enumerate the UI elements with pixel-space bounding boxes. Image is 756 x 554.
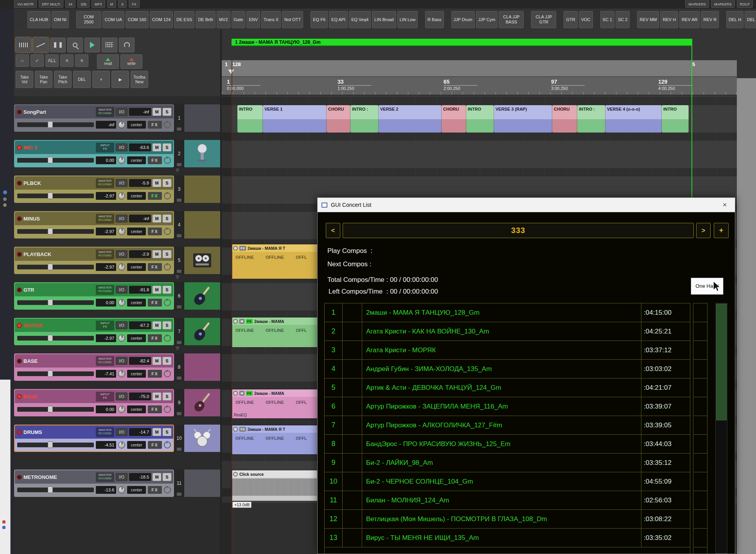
fader-handle[interactable] — [48, 299, 53, 306]
song-row[interactable]: 5 Артик & Асти - ДЕВОЧКА ТАНЦУЙ_124_Gm :… — [325, 378, 690, 397]
song-row[interactable]: 12 Ветлицкая (Моя Мишель) - ПОСМОТРИ В Г… — [325, 510, 690, 529]
media-item-drums[interactable]: FX 2маши - МАМА Я Т OFFLINEOFFLINEOFFL — [232, 425, 329, 454]
fx-preset-button[interactable]: EQ F6 — [311, 11, 328, 28]
fx-enable-button[interactable] — [164, 192, 171, 199]
fx-enable-button[interactable] — [164, 121, 171, 128]
fader-handle[interactable] — [48, 192, 53, 199]
fx-chip[interactable]: FX — [246, 391, 253, 396]
region-item[interactable]: CHORU — [327, 105, 350, 133]
pan-knob[interactable] — [118, 370, 125, 377]
volume-fader[interactable] — [17, 158, 94, 163]
region-item[interactable]: CHORU — [552, 105, 577, 133]
fx-preset-button[interactable]: COM 160 — [126, 11, 149, 28]
toolbar1-button[interactable]: ROUT — [737, 0, 753, 8]
mute-button[interactable]: M — [153, 393, 161, 400]
prev-button[interactable]: < — [326, 223, 340, 238]
volume-fader[interactable] — [17, 407, 94, 412]
zoom-tool-icon[interactable] — [67, 38, 83, 52]
fx-enable-button[interactable] — [164, 486, 171, 493]
fx-enable-button[interactable] — [164, 299, 171, 306]
track-strip[interactable]: MIC 3 INPUT FX I/O -63.6 M S 0.00 — [14, 140, 174, 167]
routing-badge[interactable]: MASTER RCVSND — [96, 427, 114, 437]
take-pan-button[interactable]: Take Pan — [35, 71, 52, 88]
take-pitch-button[interactable]: Take Pitch — [54, 71, 72, 88]
track-number-cell[interactable]: 4 — [174, 211, 184, 238]
region-item[interactable]: INTRO — [466, 105, 494, 133]
io-button[interactable]: I/O — [116, 393, 127, 400]
record-arm-button[interactable] — [17, 181, 22, 186]
track-number-cell[interactable]: 9 — [174, 389, 184, 416]
del-button[interactable]: DEL — [73, 71, 91, 88]
media-item-click[interactable]: Click source — [232, 470, 329, 501]
song-title[interactable]: БандЭрос - ПРО КРАСИВУЮ ЖИЗНЬ_125_Em — [362, 435, 641, 453]
close-icon[interactable]: × — [718, 199, 731, 210]
mute-button[interactable]: M — [153, 215, 161, 222]
mute-button[interactable]: M — [153, 428, 161, 436]
song-title[interactable]: Ветлицкая (Моя Мишель) - ПОСМОТРИ В ГЛАЗ… — [362, 510, 641, 528]
track-number-cell[interactable]: 2 — [174, 140, 184, 167]
record-arm-button[interactable] — [17, 394, 22, 399]
dialog-titlebar[interactable]: GUI Concert List × — [318, 198, 735, 212]
pan-knob[interactable] — [118, 264, 125, 271]
track-number-cell[interactable]: ▽ 6 — [174, 282, 184, 310]
toolbar1-button[interactable]: MARKERS — [685, 0, 709, 8]
io-button[interactable]: I/O — [116, 215, 127, 222]
draw-tool-icon[interactable] — [84, 38, 100, 52]
pan-knob[interactable] — [118, 486, 125, 493]
fx-button[interactable]: FX — [148, 263, 162, 271]
fx-preset-button[interactable]: CLA HUB — [27, 11, 50, 28]
record-arm-button[interactable] — [17, 475, 22, 480]
fx-preset-button[interactable]: MV2 — [217, 11, 230, 28]
pan-knob[interactable] — [118, 299, 125, 306]
fx-enable-button[interactable] — [164, 441, 171, 448]
fx-chip[interactable]: FX — [239, 246, 246, 251]
fx-preset-button[interactable]: ENV — [246, 11, 260, 28]
next-button[interactable]: > — [696, 223, 711, 238]
add-button[interactable]: + — [714, 223, 729, 238]
fx-preset-button[interactable]: REV H — [660, 11, 678, 28]
track-name[interactable]: METRONOME — [23, 474, 94, 480]
folder-collapse-icon[interactable]: ▽ — [176, 346, 179, 350]
song-row[interactable]: 2 Агата Кристи - КАК НА ВОЙНЕ_130_Am :04… — [325, 322, 690, 341]
track-strip[interactable]: MINUS MASTER RCVSND I/O -inf M S -2.97 — [14, 211, 174, 238]
pan-knob[interactable] — [118, 192, 125, 199]
record-arm-button[interactable] — [17, 359, 22, 364]
media-item-bass[interactable]: M FX 2маши - МАМА OFFLINEOFFLINEOFFL Rea… — [232, 389, 329, 418]
song-row[interactable]: 7 Артур Пирожков - АЛКОГОЛИЧКА_127_F#m :… — [325, 416, 690, 435]
solo-button[interactable]: S — [163, 250, 171, 258]
track-number-cell[interactable]: ▽ 8 — [174, 353, 184, 381]
solo-button[interactable]: S — [163, 428, 171, 436]
envelope-tool-icon[interactable] — [33, 38, 48, 52]
region-item[interactable]: INTRO : — [577, 105, 605, 133]
routing-badge[interactable]: INPUT FX — [96, 143, 114, 152]
fader-handle[interactable] — [48, 406, 53, 412]
mute-button[interactable]: M — [153, 286, 161, 294]
track-strip[interactable]: GTR MASTER RCVSND I/O -91.8 M S 0.00 — [14, 282, 174, 310]
fader-handle[interactable] — [48, 157, 53, 163]
song-row[interactable]: 9 Би-2 - ЛАЙКИ_98_Am :03:35:12 — [325, 454, 690, 472]
fx-preset-button[interactable]: DE Brth — [196, 11, 215, 28]
mute-button[interactable]: M — [153, 473, 161, 481]
marker-ruler[interactable]: 1 128 5 — [222, 60, 737, 77]
all-button[interactable]: ALL — [45, 54, 59, 67]
volume-fader[interactable] — [17, 300, 94, 305]
region-item[interactable]: VERSE 3 (RAP) — [494, 105, 552, 133]
fx-preset-button[interactable]: Gate — [232, 11, 246, 28]
track-name[interactable]: GTR — [23, 287, 94, 293]
song-row[interactable]: 8 БандЭрос - ПРО КРАСИВУЮ ЖИЗНЬ_125_Em :… — [325, 435, 690, 454]
record-arm-button[interactable] — [17, 287, 22, 292]
fx-button[interactable]: FX — [148, 405, 162, 413]
fx-preset-button[interactable]: JJP Cym — [476, 11, 498, 28]
volume-fader[interactable] — [17, 488, 94, 492]
song-title[interactable]: Артик & Асти - ДЕВОЧКА ТАНЦУЙ_124_Gm — [362, 378, 641, 397]
solo-button[interactable]: S — [163, 286, 171, 294]
fx-button[interactable]: FX — [148, 192, 162, 200]
scrollbar-thumb[interactable] — [716, 304, 727, 420]
fader-handle[interactable] — [48, 486, 53, 493]
record-arm-button[interactable] — [17, 109, 22, 115]
track-number-cell[interactable]: 10 — [174, 425, 184, 452]
solo-button[interactable]: S — [163, 393, 171, 400]
fx-enable-button[interactable] — [164, 370, 171, 377]
volume-fader[interactable] — [17, 194, 94, 198]
fx-enable-button[interactable] — [164, 335, 171, 342]
